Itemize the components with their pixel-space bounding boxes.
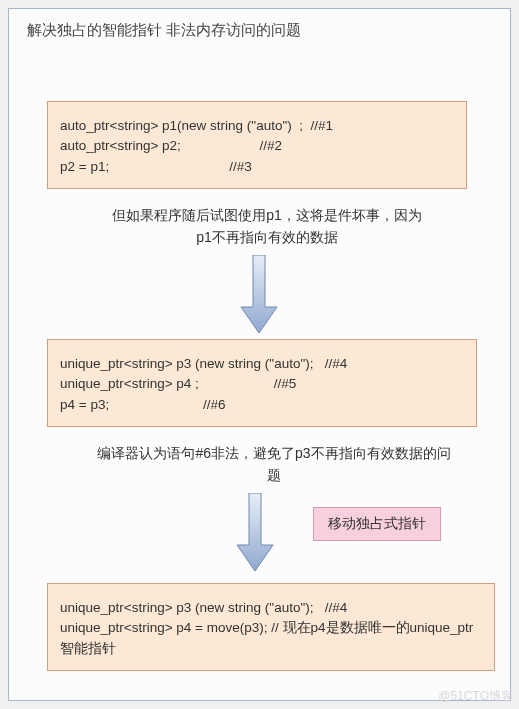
description-1: 但如果程序随后试图使用p1，这将是件坏事，因为p1不再指向有效的数据 (107, 205, 427, 248)
code-box-unique-ptr-error: unique_ptr<string> p3 (new string ("auto… (47, 339, 477, 427)
code-box-auto-ptr: auto_ptr<string> p1(new string ("auto") … (47, 101, 467, 189)
badge-move-pointer: 移动独占式指针 (313, 507, 441, 541)
code-line: unique_ptr<string> p3 (new string ("auto… (60, 598, 482, 618)
code-line: auto_ptr<string> p1(new string ("auto") … (60, 118, 333, 133)
code-line: unique_ptr<string> p4 ; //#5 (60, 376, 296, 391)
code-line: p4 = p3; //#6 (60, 397, 225, 412)
diagram-title: 解决独占的智能指针 非法内存访问的问题 (27, 21, 301, 40)
arrow-down-icon (239, 255, 279, 333)
code-line: auto_ptr<string> p2; //#2 (60, 138, 282, 153)
code-line: unique_ptr<string> p3 (new string ("auto… (60, 356, 347, 371)
watermark: @51CTO博客 (438, 688, 513, 705)
arrow-down-icon (235, 493, 275, 571)
diagram-container: 解决独占的智能指针 非法内存访问的问题 auto_ptr<string> p1(… (8, 8, 511, 701)
code-line: p2 = p1; //#3 (60, 159, 252, 174)
code-line: unique_ptr<string> p4 = move(p3); // 现在p… (60, 618, 482, 659)
description-2: 编译器认为语句#6非法，避免了p3不再指向有效数据的问题 (94, 443, 454, 486)
code-box-unique-ptr-move: unique_ptr<string> p3 (new string ("auto… (47, 583, 495, 671)
